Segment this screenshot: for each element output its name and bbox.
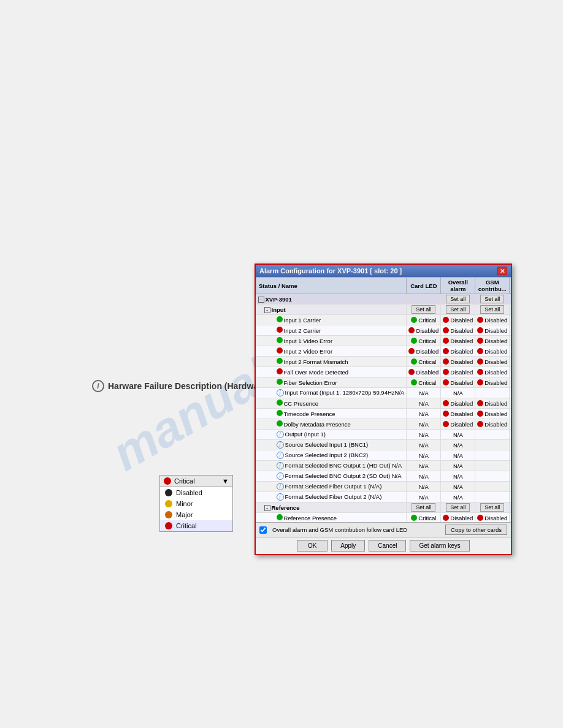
ok-button[interactable]: OK — [297, 540, 327, 552]
set-all-button[interactable]: Set all — [446, 305, 470, 314]
info-overall: N/A — [441, 388, 475, 398]
dialog-title: Alarm Configuration for XVP-3901 [ slot:… — [259, 267, 402, 275]
expand-icon[interactable]: - — [264, 307, 270, 313]
log-cell — [510, 377, 511, 388]
table-header-row: Status / Name Card LED Overall alarm GSM… — [256, 278, 511, 294]
get-alarm-keys-button[interactable]: Get alarm keys — [410, 540, 469, 552]
info-log — [510, 482, 511, 492]
info-icon: i — [277, 389, 284, 396]
set-all-button[interactable]: Set all — [480, 295, 504, 303]
gsm-cell: Disabled — [475, 346, 510, 357]
table-row: iFormat Selected BNC Output 2 (SD Out) N… — [256, 471, 511, 482]
overall-alarm-cell: Disabled — [441, 409, 475, 419]
log-cell — [510, 325, 511, 336]
table-row: iSource Selected Input 1 (BNC1)N/AN/A — [256, 440, 511, 450]
dropdown-item-minor[interactable]: Minor — [160, 498, 232, 509]
dropdown-item-major[interactable]: Major — [160, 509, 232, 520]
section-gsm: Set all — [475, 294, 510, 305]
set-all-button[interactable]: Set all — [412, 503, 435, 512]
table-row: iInput Format (Input 1: 1280x720p 59.94H… — [256, 388, 511, 398]
table-row: CC PresenceN/ADisabledDisabled — [256, 398, 511, 409]
alarm-config-dialog: Alarm Configuration for XVP-3901 [ slot:… — [255, 264, 512, 555]
overall-alarm-cell: Disabled — [441, 419, 475, 430]
info-icon: i — [277, 431, 284, 438]
section-overall: Set all — [441, 294, 475, 305]
cancel-button[interactable]: Cancel — [369, 540, 406, 552]
copy-to-other-cards-button[interactable]: Copy to other cards — [445, 525, 507, 535]
gsm-cell: Disabled — [475, 398, 510, 409]
card-led-cell: N/A — [407, 419, 441, 430]
info-name: iFormat Selected Fiber Output 2 (N/A) — [256, 492, 407, 502]
table-row: Timecode PresenceN/ADisabledDisabled — [256, 409, 511, 419]
info-name: iFormat Selected Fiber Output 1 (N/A) — [256, 482, 407, 492]
expand-icon[interactable]: - — [258, 297, 264, 303]
table-row: Dolby Metadata PresenceN/ADisabledDisabl… — [256, 419, 511, 430]
dropdown-item-critical[interactable]: Critical — [160, 520, 232, 531]
info-overall: N/A — [441, 430, 475, 440]
card-led-cell: Disabled — [407, 367, 441, 377]
subsection-card: Set all — [407, 502, 441, 513]
minor-dot — [165, 500, 172, 507]
subsection-overall: Set all — [441, 502, 475, 513]
gsm-cell: Disabled — [475, 377, 510, 388]
info-icon: i — [277, 472, 284, 480]
dropdown-arrow: ▼ — [222, 477, 229, 485]
info-card: N/A — [407, 492, 441, 502]
dropdown-header[interactable]: Critical ▼ — [159, 475, 233, 487]
card-led-cell: N/A — [407, 398, 441, 409]
set-all-button[interactable]: Set all — [446, 295, 470, 303]
gsm-cell: Disabled — [475, 513, 510, 523]
subsection-log — [510, 305, 511, 315]
table-row: -ReferenceSet allSet allSet all — [256, 502, 511, 513]
gsm-cell: Disabled — [475, 325, 510, 336]
alarm-dropdown[interactable]: Critical ▼ Disabled Minor Major Critical — [159, 475, 233, 532]
col-header-gsm: GSM contribu... — [475, 278, 510, 294]
table-row: Input 2 Video ErrorDisabledDisabledDisab… — [256, 346, 511, 357]
table-row: iOutput (Input 1)N/AN/A — [256, 430, 511, 440]
set-all-button[interactable]: Set all — [480, 503, 504, 512]
follow-card-led-checkbox[interactable] — [259, 526, 267, 534]
overall-alarm-cell: Disabled — [441, 398, 475, 409]
data-name-cell: Input 2 Carrier — [256, 325, 407, 336]
info-name: iInput Format (Input 1: 1280x720p 59.94H… — [256, 388, 407, 398]
info-name: iSource Selected Input 1 (BNC1) — [256, 440, 407, 450]
info-gsm — [475, 482, 510, 492]
subsection-overall: Set all — [441, 305, 475, 315]
table-row: iFormat Selected BNC Output 1 (HD Out) N… — [256, 461, 511, 471]
info-overall: N/A — [441, 482, 475, 492]
info-log — [510, 450, 511, 461]
set-all-button[interactable]: Set all — [480, 305, 504, 314]
info-log — [510, 471, 511, 482]
action-bar: OK Apply Cancel Get alarm keys — [256, 537, 511, 554]
subsection-name: -Input — [256, 305, 407, 315]
card-led-cell: N/A — [407, 409, 441, 419]
alarm-table-scroll[interactable]: Status / Name Card LED Overall alarm GSM… — [256, 277, 511, 522]
log-cell — [510, 513, 511, 523]
data-name-cell: Fiber Selection Error — [256, 377, 407, 388]
dialog-close-button[interactable]: ✕ — [497, 267, 507, 275]
info-card: N/A — [407, 482, 441, 492]
info-icon: i — [277, 493, 284, 501]
data-name-cell: Dolby Metadata Presence — [256, 419, 407, 430]
table-row: Input 1 Video ErrorCriticalDisabledDisab… — [256, 336, 511, 346]
apply-button[interactable]: Apply — [331, 540, 365, 552]
info-card: N/A — [407, 450, 441, 461]
data-name-cell: Input 2 Format Mismatch — [256, 357, 407, 367]
info-name: iSource Selected Input 2 (BNC2) — [256, 450, 407, 461]
dropdown-item-disabled[interactable]: Disabled — [160, 487, 232, 498]
overall-alarm-cell: Disabled — [441, 377, 475, 388]
table-row: iFormat Selected Fiber Output 1 (N/A)N/A… — [256, 482, 511, 492]
dropdown-item-label: Major — [176, 511, 193, 518]
log-cell — [510, 367, 511, 377]
set-all-button[interactable]: Set all — [446, 503, 470, 512]
bottom-bar: Overall alarm and GSM contribution follo… — [256, 522, 511, 537]
section-name: -XVP-3901 — [256, 294, 407, 305]
gsm-cell: Disabled — [475, 336, 510, 346]
section-card — [407, 294, 441, 305]
subsection-gsm: Set all — [475, 502, 510, 513]
set-all-button[interactable]: Set all — [412, 305, 435, 314]
expand-icon[interactable]: - — [264, 505, 270, 511]
data-name-cell: Input 1 Video Error — [256, 336, 407, 346]
overall-alarm-cell: Disabled — [441, 513, 475, 523]
overall-alarm-cell: Disabled — [441, 367, 475, 377]
